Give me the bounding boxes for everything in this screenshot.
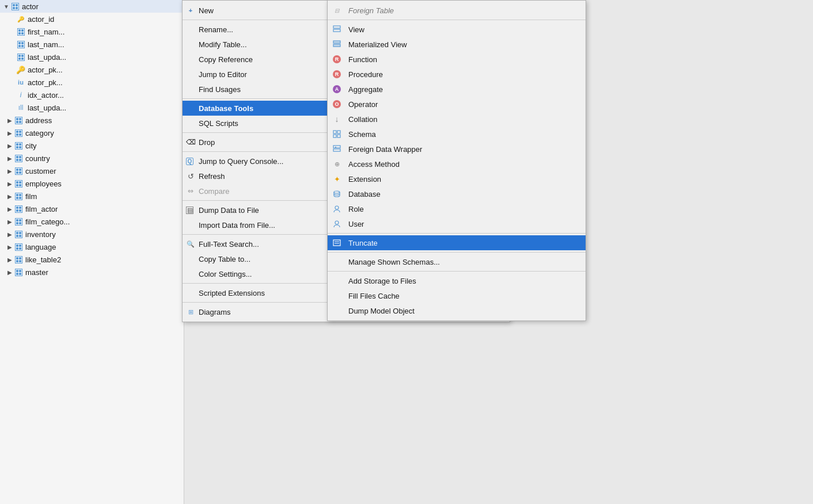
submenu-item-access-method[interactable]: ⊕ Access Method xyxy=(328,156,586,171)
submenu-item-manage-schemas[interactable]: Manage Shown Schemas... xyxy=(328,254,586,269)
film-actor-label: film_actor xyxy=(25,205,58,213)
submenu-item-extension[interactable]: ✦ Extension xyxy=(328,171,586,186)
submenu-item-collation[interactable]: ↓ Collation xyxy=(328,112,586,127)
manage-schemas-label: Manage Shown Schemas... xyxy=(348,258,576,266)
sidebar-item-film_catego[interactable]: ▶ film_catego... xyxy=(0,215,184,228)
submenu-item-aggregate[interactable]: A Aggregate xyxy=(328,82,586,97)
sidebar-item-actor_id[interactable]: 🔑 actor_id xyxy=(0,13,184,25)
search-icon: 🔍 xyxy=(186,239,195,249)
role-label: Role xyxy=(348,205,576,213)
actor-pk2-label: actor_pk... xyxy=(28,78,63,87)
sidebar-item-inventory[interactable]: ▶ inventory xyxy=(0,228,184,240)
submenu-item-truncate[interactable]: Truncate xyxy=(328,235,586,250)
language-label: language xyxy=(25,243,56,251)
view-label: View xyxy=(348,25,576,34)
sidebar-item-last_update[interactable]: last_upda... xyxy=(0,51,184,63)
submenu-item-foreign-data[interactable]: Foreign Data Wrapper xyxy=(328,142,586,156)
arrow-customer[interactable]: ▶ xyxy=(6,167,14,175)
extension-label: Extension xyxy=(348,175,576,184)
submenu-item-view[interactable]: View xyxy=(328,22,586,37)
svg-point-12 xyxy=(335,206,339,209)
sidebar-item-master[interactable]: ▶ master xyxy=(0,266,184,278)
index-icon: iu xyxy=(16,78,25,87)
view-icon xyxy=(332,25,341,34)
last-update-label: last_upda... xyxy=(28,53,66,62)
sidebar-item-address[interactable]: ▶ address xyxy=(0,114,184,127)
arrow-film-actor[interactable]: ▶ xyxy=(6,205,14,213)
arrow-address[interactable]: ▶ xyxy=(6,116,14,124)
access-method-icon: ⊕ xyxy=(332,159,341,169)
arrow-film[interactable]: ▶ xyxy=(6,192,14,200)
table-icon xyxy=(10,2,20,11)
sidebar-item-last_name[interactable]: last_nam... xyxy=(0,38,184,51)
table-icon-like-table2 xyxy=(14,255,23,264)
arrow-country[interactable]: ▶ xyxy=(6,154,14,162)
arrow-city[interactable]: ▶ xyxy=(6,142,14,150)
arrow-like-table2[interactable]: ▶ xyxy=(6,255,14,264)
submenu-item-procedure[interactable]: R Procedure xyxy=(328,67,586,82)
sidebar-item-last_update2[interactable]: ıll last_upda... xyxy=(0,101,184,114)
foreign-data-label: Foreign Data Wrapper xyxy=(348,145,576,154)
submenu-item-foreign-table[interactable]: ⊟ Foreign Table xyxy=(328,3,586,18)
truncate-label: Truncate xyxy=(348,239,576,247)
sub-sep1 xyxy=(328,20,586,20)
sidebar-item-country[interactable]: ▶ country xyxy=(0,152,184,165)
chart-icon: ıll xyxy=(16,103,25,112)
sidebar-item-actor_pk1[interactable]: 🔑 actor_pk... xyxy=(0,63,184,76)
collation-icon: ↓ xyxy=(332,114,341,124)
sidebar-item-customer[interactable]: ▶ customer xyxy=(0,165,184,177)
arrow-master[interactable]: ▶ xyxy=(6,268,14,276)
fill-files-label: Fill Files Cache xyxy=(348,292,576,300)
submenu-item-dump-model[interactable]: Dump Model Object xyxy=(328,303,586,318)
query-console-icon: Q xyxy=(186,158,193,165)
foreign-table-icon: ⊟ xyxy=(332,6,341,15)
compare-icon: ⇔ xyxy=(186,186,195,196)
sidebar-item-film_actor[interactable]: ▶ film_actor xyxy=(0,203,184,215)
arrow-inventory[interactable]: ▶ xyxy=(6,230,14,238)
submenu-item-database[interactable]: Database xyxy=(328,186,586,201)
expand-arrow-actor[interactable]: ▼ xyxy=(2,2,10,10)
refresh-icon: ↺ xyxy=(186,171,195,181)
sidebar-item-idx_actor[interactable]: i idx_actor... xyxy=(0,89,184,101)
category-label: category xyxy=(25,129,54,138)
sidebar-item-category[interactable]: ▶ category xyxy=(0,127,184,139)
submenu-item-role[interactable]: Role xyxy=(328,201,586,216)
sidebar-item-like_table2[interactable]: ▶ like_table2 xyxy=(0,253,184,266)
submenu-item-fill-files[interactable]: Fill Files Cache xyxy=(328,288,586,303)
arrow-film-catego[interactable]: ▶ xyxy=(6,217,14,226)
sidebar-item-actor[interactable]: ▼ actor xyxy=(0,0,184,13)
sidebar-item-employees[interactable]: ▶ employees xyxy=(0,177,184,190)
key-yellow-icon: 🔑 xyxy=(16,65,25,74)
function-label: Function xyxy=(348,55,576,64)
arrow-language[interactable]: ▶ xyxy=(6,243,14,251)
submenu-item-function[interactable]: R Function xyxy=(328,52,586,67)
arrow-category[interactable]: ▶ xyxy=(6,129,14,137)
submenu-item-user[interactable]: User xyxy=(328,216,586,231)
extension-icon: ✦ xyxy=(332,174,341,184)
svg-rect-1 xyxy=(333,29,340,32)
submenu-item-add-storage[interactable]: Add Storage to Files xyxy=(328,273,586,288)
film-label: film xyxy=(25,192,37,201)
col-icon3 xyxy=(16,52,25,62)
access-method-label: Access Method xyxy=(348,160,576,169)
svg-rect-7 xyxy=(337,135,340,138)
last-name-label: last_nam... xyxy=(28,40,64,49)
sidebar-item-first_name[interactable]: first_nam... xyxy=(0,25,184,38)
database-icon xyxy=(332,189,341,198)
schema-label: Schema xyxy=(348,130,576,139)
svg-rect-14 xyxy=(333,240,340,246)
sidebar-item-actor_pk2[interactable]: iu actor_pk... xyxy=(0,76,184,89)
table-icon-category xyxy=(14,128,23,138)
sidebar-item-film[interactable]: ▶ film xyxy=(0,190,184,203)
arrow-employees[interactable]: ▶ xyxy=(6,180,14,188)
aggregate-icon: A xyxy=(332,85,341,94)
sidebar-panel: ▼ actor 🔑 actor_id first_nam... last_nam… xyxy=(0,0,184,504)
sidebar-item-city[interactable]: ▶ city xyxy=(0,139,184,152)
sidebar-item-language[interactable]: ▶ language xyxy=(0,240,184,253)
submenu-item-mat-view[interactable]: Materialized View xyxy=(328,37,586,52)
submenu-item-schema[interactable]: Schema xyxy=(328,127,586,142)
actor-pk1-label: actor_pk... xyxy=(28,66,63,74)
inventory-label: inventory xyxy=(25,230,56,239)
table-icon-employees xyxy=(14,179,23,188)
submenu-item-operator[interactable]: O Operator xyxy=(328,97,586,112)
